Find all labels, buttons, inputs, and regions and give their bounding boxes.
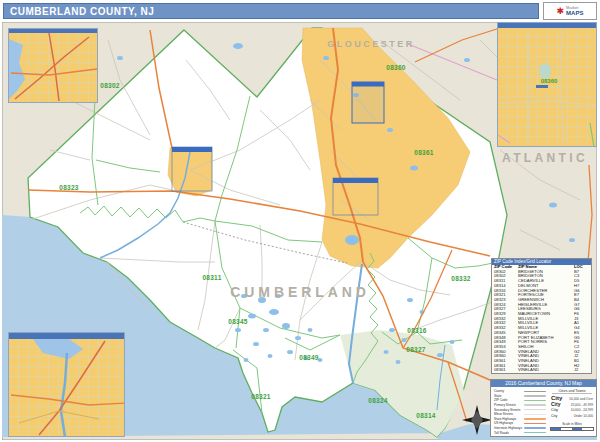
legend-city-row: CityUnder 10,000 [548, 414, 596, 420]
logo-star-icon: ✱ [557, 7, 565, 16]
legend-line-items: CountyStateZIP CodePrimary StreetsSecond… [491, 387, 548, 435]
legend-line-item: Toll Roads [494, 430, 546, 435]
inset-map-bridgeton [8, 332, 125, 437]
inset-zip-label: 08360 [541, 78, 558, 84]
legend-cities: Cities and Towns City50,000 and OverCity… [548, 387, 596, 435]
inset-roads [9, 29, 98, 103]
zip-index-table: ZIP Code Index/Grid Locator ZIP Code ZIP… [491, 258, 592, 374]
publisher-logo: ✱ MarketMAPS [543, 2, 597, 20]
inset-roads [498, 23, 597, 147]
inset-map-vineland: 08360 [497, 22, 597, 147]
scale-bar-graphic [550, 427, 594, 432]
map-poster: CUMBERLAND COUNTY, NJ ✱ MarketMAPS [0, 0, 600, 442]
map-legend: 2016 Cumberland County, NJ Map CountySta… [490, 379, 597, 437]
scale-bar: Scale in Miles [548, 422, 596, 432]
page-title: CUMBERLAND COUNTY, NJ [4, 6, 154, 17]
zip-index-row: 08361VINELANDJ2 [492, 368, 591, 373]
logo-text-bottom: MAPS [566, 10, 583, 16]
inset-map-millville [8, 28, 98, 103]
title-bar: CUMBERLAND COUNTY, NJ [3, 3, 539, 19]
inset-roads [9, 333, 125, 437]
legend-header: 2016 Cumberland County, NJ Map [491, 380, 596, 387]
